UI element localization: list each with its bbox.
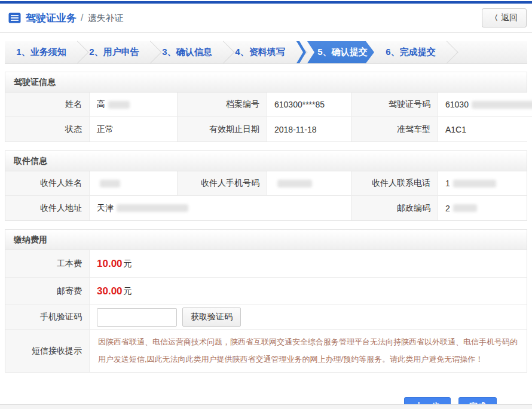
production-fee-label: 工本费 bbox=[5, 250, 90, 278]
step-2-user-declaration: 2、用户申告 bbox=[78, 41, 151, 63]
redacted-postcode bbox=[453, 204, 477, 212]
license-info-table: 姓名 高 档案编号 610300****85 驾驶证号码 61030 状态 正常… bbox=[5, 93, 527, 142]
recipient-phone-value: 1 bbox=[438, 171, 527, 196]
step-5-confirm-submit-current: 5、确认提交 bbox=[296, 41, 374, 63]
vehicle-class-value: A1C1 bbox=[438, 117, 532, 142]
production-fee-unit: 元 bbox=[124, 259, 132, 269]
fees-section-title: 缴纳费用 bbox=[5, 230, 527, 250]
valid-until-label: 有效期止日期 bbox=[178, 117, 267, 142]
back-button-label: 返回 bbox=[501, 13, 518, 23]
production-fee-amount: 10.00 bbox=[97, 258, 123, 270]
step-3-confirm-info: 3、确认信息 bbox=[151, 41, 224, 63]
pickup-section-title: 取件信息 bbox=[5, 151, 527, 171]
recipient-mobile-label: 收件人手机号码 bbox=[178, 171, 267, 196]
bottom-page-strip bbox=[0, 404, 532, 409]
license-info-section: 驾驶证信息 姓名 高 档案编号 610300****85 驾驶证号码 61030… bbox=[5, 72, 527, 142]
page-header: 驾驶证业务 / 遗失补证 〈 返回 bbox=[0, 4, 532, 33]
redacted-license-no bbox=[472, 101, 532, 109]
name-label: 姓名 bbox=[5, 93, 90, 117]
sms-notice-label: 短信接收提示 bbox=[5, 330, 90, 372]
redacted-recipient-name bbox=[100, 180, 120, 187]
active-step-arrow-tail bbox=[296, 41, 306, 63]
back-chevron-icon: 〈 bbox=[491, 13, 498, 23]
sms-code-input[interactable] bbox=[97, 308, 177, 327]
active-step-body: 5、确认提交 bbox=[307, 41, 374, 63]
redacted-recipient-mobile bbox=[277, 180, 312, 187]
fees-table: 工本费 10.00 元 邮寄费 30.00 元 手机验证码 获取验证码 短信接收… bbox=[5, 250, 527, 372]
mail-fee-unit: 元 bbox=[124, 286, 132, 297]
pickup-info-table: 收件人姓名 收件人手机号码 收件人联系电话 1 收件人地址 天津 邮政编码 2 bbox=[5, 171, 527, 220]
fees-section: 缴纳费用 工本费 10.00 元 邮寄费 30.00 元 手机验证码 获取验证码… bbox=[5, 229, 527, 373]
license-section-title: 驾驶证信息 bbox=[5, 72, 527, 93]
back-button[interactable]: 〈 返回 bbox=[482, 8, 527, 27]
file-no-label: 档案编号 bbox=[178, 93, 267, 117]
redacted-name bbox=[108, 101, 130, 109]
step-4-fill-info: 4、资料填写 bbox=[224, 41, 296, 63]
status-value: 正常 bbox=[90, 117, 178, 142]
mail-fee-value: 30.00 元 bbox=[90, 278, 527, 305]
step-1-business-notice: 1、业务须知 bbox=[5, 41, 78, 63]
address-value: 天津 bbox=[90, 196, 351, 220]
step-6-finish-submit: 6、完成提交 bbox=[374, 41, 447, 63]
valid-until-value: 2018-11-18 bbox=[267, 117, 351, 142]
breadcrumb-separator: / bbox=[81, 13, 83, 23]
get-sms-code-button[interactable]: 获取验证码 bbox=[182, 307, 241, 327]
file-no-value: 610300****85 bbox=[267, 93, 351, 117]
mail-fee-label: 邮寄费 bbox=[5, 278, 90, 305]
license-no-label: 驾驶证号码 bbox=[351, 93, 438, 117]
license-no-value: 61030 bbox=[438, 93, 532, 117]
address-label: 收件人地址 bbox=[5, 196, 90, 220]
sms-code-row: 获取验证码 bbox=[90, 305, 527, 330]
page-subtitle: 遗失补证 bbox=[87, 13, 123, 24]
mail-fee-amount: 30.00 bbox=[97, 285, 123, 297]
list-form-icon bbox=[8, 13, 21, 23]
pickup-info-section: 取件信息 收件人姓名 收件人手机号码 收件人联系电话 1 收件人地址 天津 邮政… bbox=[5, 150, 527, 221]
sms-code-label: 手机验证码 bbox=[5, 305, 90, 330]
redacted-recipient-phone bbox=[453, 180, 496, 187]
postcode-label: 邮政编码 bbox=[351, 196, 438, 220]
recipient-name-label: 收件人姓名 bbox=[5, 171, 90, 196]
step-wizard: 1、业务须知 2、用户申告 3、确认信息 4、资料填写 5、确认提交 6、完成提… bbox=[5, 41, 527, 64]
active-step-label: 5、确认提交 bbox=[317, 47, 367, 58]
recipient-phone-label: 收件人联系电话 bbox=[351, 171, 438, 196]
page-title: 驾驶证业务 bbox=[26, 11, 77, 25]
name-value: 高 bbox=[90, 93, 178, 117]
production-fee-value: 10.00 元 bbox=[90, 250, 527, 278]
sms-notice-cell: 因陕西省联通、电信运营商技术问题，陕西省互联网交通安全综合服务管理平台无法向持陕… bbox=[90, 330, 527, 372]
status-label: 状态 bbox=[5, 117, 90, 142]
redacted-address bbox=[117, 204, 188, 212]
postcode-value: 2 bbox=[438, 196, 527, 220]
recipient-name-value bbox=[90, 171, 178, 196]
sms-notice-text: 因陕西省联通、电信运营商技术问题，陕西省互联网交通安全综合服务管理平台无法向持陕… bbox=[98, 334, 518, 368]
vehicle-class-label: 准驾车型 bbox=[351, 117, 438, 142]
recipient-mobile-value bbox=[267, 171, 351, 196]
step-bar-filler bbox=[447, 41, 527, 63]
